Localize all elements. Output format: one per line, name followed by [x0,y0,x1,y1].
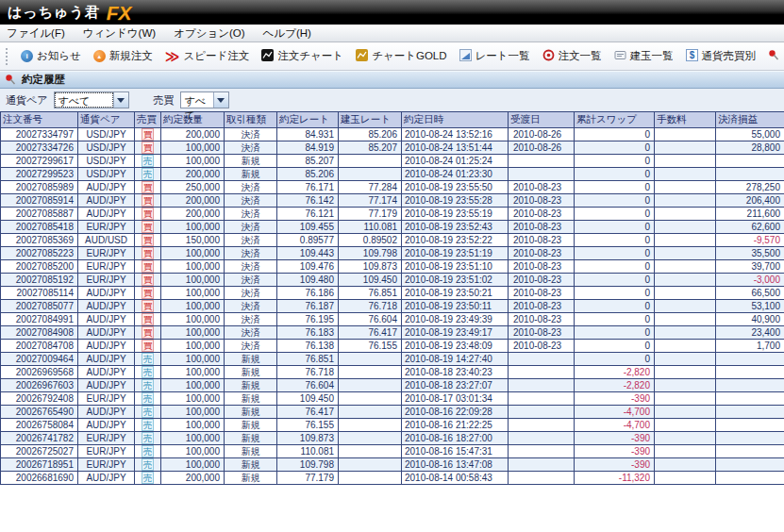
cell-side: 買 [135,274,161,287]
cell-order-no: 20027009464 [1,353,78,366]
cell-order-no: 20027085369 [1,234,78,247]
table-row[interactable]: 20027085914AUD/JPY買200,000決済76.14277.174… [1,194,784,208]
toolbar-button-chart-gold[interactable]: チャートGOLD [356,49,446,63]
cell-open-rate [339,379,402,392]
menu-item[interactable]: ウィンドウ(W) [83,26,156,41]
table-row[interactable]: 20027085114AUD/JPY買100,000決済76.18676.851… [1,287,784,300]
toolbar-grip-handle[interactable] [6,48,8,65]
column-header[interactable]: 約定レート [277,112,339,128]
cell-swap: 0 [575,287,655,300]
chevron-down-icon[interactable] [113,92,128,108]
column-header[interactable]: 決済損益 [716,112,784,128]
column-header[interactable]: 注文番号 [1,112,78,128]
table-row[interactable]: 20027085989AUD/JPY買250,000決済76.17177.284… [1,181,784,194]
table-row[interactable]: 20026718951EUR/JPY売100,000新規109.7982010-… [1,458,784,472]
cell-swap: 0 [575,274,655,287]
toolbar-button-info[interactable]: iお知らせ [21,49,81,63]
table-row[interactable]: 20027085418EUR/JPY買100,000決済109.455110.0… [1,221,784,234]
cell-pair: USD/JPY [78,128,135,141]
column-header[interactable]: 通貨ペア [78,112,135,128]
sell-badge: 売 [142,155,154,167]
column-header[interactable]: 建玉レート [339,112,402,128]
menu-item[interactable]: オプション(O) [174,26,244,41]
table-row[interactable]: 20027084708AUD/JPY買100,000決済76.13876.155… [1,340,784,353]
cell-side: 売 [135,472,161,485]
toolbar-button-new-order[interactable]: ▲新規注文 [93,49,153,63]
cell-pl: 66,500 [716,287,784,300]
cell-rate: 76.121 [277,208,339,221]
cell-swap: 0 [575,128,655,141]
cell-fee [655,234,716,247]
chevron-down-icon[interactable] [213,92,228,108]
table-row[interactable]: 20027085200EUR/JPY買100,000決済109.476109.8… [1,260,784,274]
cell-exec-datetime: 2010-08-19 23:50:11 [402,300,509,313]
panel-title: 約定履歴 [22,73,65,87]
cell-settle-date: 2010-08-23 [509,181,575,194]
cell-open-rate: 0.89502 [339,234,402,247]
cell-order-no: 20027299617 [1,155,78,168]
pin-icon [5,74,17,86]
toolbar-button-rate-list[interactable]: レート一覧 [459,49,530,63]
cell-swap: 0 [575,221,655,234]
currency-pair-select-value: すべて [55,92,113,108]
table-row[interactable]: 20026725027EUR/JPY売100,000新規110.0812010-… [1,445,784,458]
table-row[interactable]: 20026765490AUD/JPY売100,000新規76.4172010-0… [1,406,784,419]
column-header[interactable]: 約定日時 [402,112,509,128]
table-row[interactable]: 20027009464AUD/JPY売100,000新規76.8512010-0… [1,353,784,366]
cell-pl [716,445,784,458]
cell-swap: 0 [575,247,655,260]
table-row[interactable]: 20027085369AUD/USD買150,000決済0.895770.895… [1,234,784,247]
cell-side: 買 [135,208,161,221]
cell-qty: 100,000 [161,406,225,419]
sell-badge: 売 [142,419,154,431]
table-row[interactable]: 20026792408EUR/JPY売100,000新規109.4502010-… [1,392,784,406]
cell-order-no: 20026967603 [1,379,78,392]
table-row[interactable]: 20027084991AUD/JPY買100,000決済76.19576.604… [1,313,784,326]
cell-fee [655,445,716,458]
toolbar-button-currency-trade[interactable]: $通貨売買別 [686,49,757,63]
column-header[interactable]: 売買 [135,112,161,128]
table-row[interactable]: 20026741782EUR/JPY売100,000新規109.8732010-… [1,432,784,445]
cell-order-no: 20027085914 [1,194,78,208]
cell-qty: 200,000 [161,208,225,221]
table-row[interactable]: 20027334726USD/JPY買100,000決済84.91985.207… [1,141,784,155]
cell-swap: -4,700 [575,419,655,432]
currency-pair-select[interactable]: すべて [54,91,129,108]
toolbar-button-order-list[interactable]: 注文一覧 [542,49,602,63]
toolbar-button-order-chart[interactable]: 注文チャート [261,49,343,63]
cell-trade-type: 新規 [225,379,277,392]
table-row[interactable]: 20027334797USD/JPY買200,000決済84.93185.206… [1,128,784,141]
cell-trade-type: 決済 [225,128,277,141]
side-select[interactable]: すべて [180,91,229,108]
column-header[interactable]: 手数料 [655,112,716,128]
table-row[interactable]: 20027084908AUD/JPY買100,000決済76.18376.417… [1,326,784,340]
cell-pair: EUR/JPY [78,260,135,274]
cell-order-no: 20027085192 [1,274,78,287]
column-header[interactable]: 取引種類 [225,112,277,128]
table-row[interactable]: 20027085223EUR/JPY買100,000決済109.443109.7… [1,247,784,260]
table-row[interactable]: 20027085077AUD/JPY買100,000決済76.18776.718… [1,300,784,313]
cell-fee [655,274,716,287]
table-row[interactable]: 20026969568AUD/JPY売100,000新規76.7182010-0… [1,366,784,379]
table-row[interactable]: 20026967603AUD/JPY売100,000新規76.6042010-0… [1,379,784,392]
table-row[interactable]: 20026681690AUD/JPY売200,000新規77.1792010-0… [1,472,784,485]
cell-pl [716,472,784,485]
table-row[interactable]: 20026758084AUD/JPY売100,000新規76.1552010-0… [1,419,784,432]
toolbar-button-position-list[interactable]: 建玉一覧 [614,49,674,63]
menu-item[interactable]: ヘルプ(H) [263,26,311,41]
toolbar-button-pin[interactable]: 約定履歴 [768,49,784,63]
cell-pair: EUR/JPY [78,445,135,458]
table-row[interactable]: 20027299617USD/JPY売100,000新規85.2072010-0… [1,155,784,168]
column-header[interactable]: 受渡日 [509,112,575,128]
cell-side: 売 [135,419,161,432]
cell-exec-datetime: 2010-08-19 23:52:22 [402,234,509,247]
table-row[interactable]: 20027085192EUR/JPY買100,000決済109.480109.4… [1,274,784,287]
toolbar-button-speed-order[interactable]: ≫スピード注文 [165,49,250,63]
column-header[interactable]: 累計スワップ [575,112,655,128]
menu-item[interactable]: ファイル(F) [7,26,65,41]
cell-side: 買 [135,181,161,194]
table-row[interactable]: 20027299523USD/JPY売200,000新規85.2062010-0… [1,168,784,181]
table-row[interactable]: 20027085887AUD/JPY買200,000決済76.12177.179… [1,208,784,221]
cell-rate: 76.155 [277,419,339,432]
column-header[interactable]: 約定数量 [161,112,225,128]
